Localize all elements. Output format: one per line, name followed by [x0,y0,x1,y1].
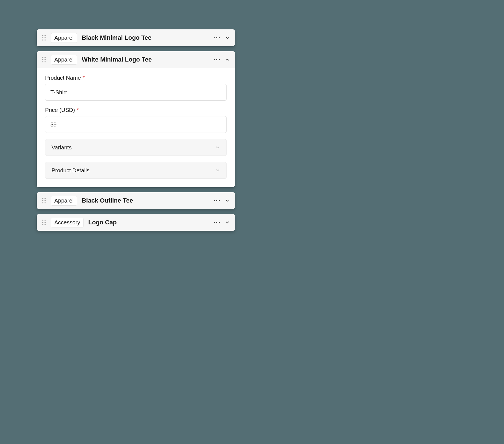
product-details-label: Product Details [52,167,90,174]
variants-label: Variants [52,144,72,151]
more-icon[interactable] [214,222,220,223]
more-icon[interactable] [214,200,220,201]
more-icon[interactable] [214,59,220,60]
category-chip: Accessory [51,218,84,227]
required-indicator: * [83,75,85,81]
chevron-down-icon [215,145,220,150]
card-header[interactable]: Accessory Logo Cap [37,214,235,231]
required-indicator: * [77,107,79,113]
drag-handle-icon[interactable] [42,219,46,226]
chevron-down-icon[interactable] [225,198,230,203]
price-label: Price (USD)* [45,107,227,113]
chevron-up-icon[interactable] [225,57,230,62]
price-field: Price (USD)* [45,107,227,133]
category-chip: Apparel [51,196,77,206]
product-name-label: Product Name* [45,75,227,81]
product-card: Accessory Logo Cap [37,214,235,231]
product-title: Black Minimal Logo Tee [82,34,209,41]
card-header[interactable]: Apparel Black Outline Tee [37,192,235,209]
chevron-down-icon[interactable] [225,220,230,225]
product-title: White Minimal Logo Tee [82,56,209,63]
drag-handle-icon[interactable] [42,56,46,63]
product-card-list: Apparel Black Minimal Logo Tee Apparel W… [37,29,235,231]
category-chip: Apparel [51,33,77,43]
category-chip: Apparel [51,55,77,65]
product-card: Apparel Black Outline Tee [37,192,235,209]
card-header[interactable]: Apparel Black Minimal Logo Tee [37,29,235,46]
product-card: Apparel Black Minimal Logo Tee [37,29,235,46]
chevron-down-icon [215,168,220,173]
drag-handle-icon[interactable] [42,197,46,204]
product-card: Apparel White Minimal Logo Tee Product N… [37,51,235,187]
card-body: Product Name* Price (USD)* Variants Prod… [37,68,235,187]
product-title: Logo Cap [88,219,209,226]
product-title: Black Outline Tee [82,197,209,204]
product-name-field: Product Name* [45,75,227,101]
variants-accordion[interactable]: Variants [45,139,227,156]
card-header[interactable]: Apparel White Minimal Logo Tee [37,51,235,68]
product-details-accordion[interactable]: Product Details [45,162,227,179]
more-icon[interactable] [214,37,220,39]
price-input[interactable] [45,116,227,133]
drag-handle-icon[interactable] [42,34,46,41]
chevron-down-icon[interactable] [225,35,230,40]
product-name-input[interactable] [45,84,227,101]
